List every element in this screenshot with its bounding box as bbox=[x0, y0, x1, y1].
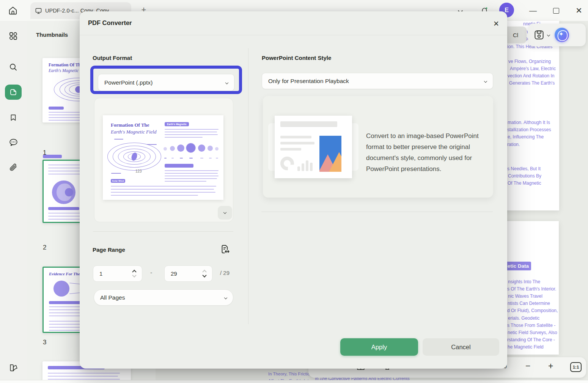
preview-tag-3: Solar Wind bbox=[111, 179, 125, 183]
output-format-label: Output Format bbox=[93, 55, 132, 61]
home-icon bbox=[8, 6, 18, 16]
chevron-down-icon bbox=[223, 210, 226, 213]
slide-illustration bbox=[275, 116, 352, 178]
window-bottom-strip bbox=[0, 380, 588, 383]
close-fragment-label: Cl bbox=[513, 32, 518, 38]
preview-tag-1: Earth's Magnetic bbox=[165, 122, 189, 126]
home-button[interactable] bbox=[6, 3, 20, 18]
save-icon[interactable] bbox=[533, 29, 545, 41]
thumbnails-header: Thumbnails bbox=[36, 31, 68, 38]
preview-page: Formation Of The Earth's Magnetic Field … bbox=[103, 115, 223, 200]
zoom-in-button[interactable]: + bbox=[548, 361, 553, 371]
page-range-label: Page Range bbox=[93, 246, 125, 253]
range-to-value: 29 bbox=[171, 270, 177, 277]
donut-chart-glyph bbox=[280, 157, 294, 170]
right-divider bbox=[261, 212, 493, 212]
sidebar-item-bookmarks[interactable] bbox=[5, 110, 22, 125]
paperclip-icon bbox=[9, 163, 18, 172]
reader-mode-icon bbox=[8, 363, 18, 373]
comment-icon bbox=[9, 138, 18, 147]
close-window-button[interactable]: ✕ bbox=[573, 5, 585, 16]
range-dash: - bbox=[150, 269, 152, 276]
chevron-down-icon bbox=[484, 80, 487, 83]
pdf-converter-dialog: PDF Converter ✕ Output Format PowerPoint… bbox=[80, 11, 507, 369]
preview-title1: Formation Of The bbox=[111, 122, 149, 128]
page-range-mode-value: All Pages bbox=[100, 294, 125, 301]
apply-button[interactable]: Apply bbox=[340, 338, 418, 356]
thumb2-tag bbox=[43, 155, 62, 158]
page-icon bbox=[9, 88, 17, 96]
photo-glyph bbox=[319, 136, 341, 172]
grid-icon bbox=[9, 31, 18, 41]
range-from-stepper[interactable]: 1 bbox=[93, 265, 142, 282]
sidebar-item-attachments[interactable] bbox=[5, 160, 22, 175]
preview-card: Formation Of The Earth's Magnetic Field … bbox=[94, 98, 233, 222]
page-range-mode-select[interactable]: All Pages bbox=[94, 289, 233, 306]
sidebar-item-thumbnails[interactable] bbox=[5, 85, 22, 100]
stepper-down-icon[interactable] bbox=[132, 273, 136, 277]
sidebar-item-search[interactable] bbox=[5, 60, 22, 75]
dialog-close-button[interactable]: ✕ bbox=[491, 19, 501, 28]
range-from-value: 1 bbox=[99, 270, 102, 277]
cancel-label: Cancel bbox=[451, 344, 470, 351]
sidebar-item-reader-mode[interactable] bbox=[5, 360, 22, 375]
header-divider bbox=[80, 35, 507, 35]
ai-assistant-icon[interactable] bbox=[555, 28, 569, 42]
page-label-3: 3 bbox=[43, 339, 46, 346]
actual-size-label: 1:1 bbox=[573, 365, 579, 369]
page-range-icon[interactable] bbox=[219, 243, 231, 255]
chevron-down-icon bbox=[224, 296, 227, 299]
app-window: UPDF-2.0-c... Copy_Copy + E — ✕ bbox=[0, 0, 588, 383]
maximize-icon bbox=[553, 8, 559, 14]
content-style-card: Convert to an image-based PowerPoint for… bbox=[263, 96, 493, 198]
zoom-out-button[interactable]: − bbox=[525, 361, 530, 371]
content-style-select[interactable]: Only for Presentation Playback bbox=[262, 73, 493, 89]
output-format-select[interactable]: PowerPoint (.pptx) bbox=[98, 74, 234, 91]
stepper-down-icon[interactable] bbox=[202, 273, 206, 277]
dialog-title: PDF Converter bbox=[88, 19, 132, 27]
page-label-2: 2 bbox=[43, 244, 46, 251]
chevron-down-icon bbox=[225, 81, 228, 84]
output-format-highlight: PowerPoint (.pptx) bbox=[90, 66, 242, 94]
preview-tag-2 bbox=[165, 164, 193, 168]
range-total: / 29 bbox=[220, 270, 230, 276]
left-sidebar bbox=[0, 21, 27, 383]
content-style-label: PowerPoint Content Style bbox=[262, 55, 331, 61]
apply-label: Apply bbox=[371, 344, 387, 351]
cancel-button[interactable]: Cancel bbox=[423, 338, 499, 356]
thumb1-title: Formation Of The bbox=[49, 63, 83, 67]
sidebar-item-tools[interactable] bbox=[5, 28, 22, 44]
save-options-chevron-icon[interactable] bbox=[547, 33, 550, 36]
content-style-description: Convert to an image-based PowerPoint for… bbox=[366, 131, 491, 175]
maximize-button[interactable] bbox=[550, 5, 562, 16]
content-style-value: Only for Presentation Playback bbox=[268, 78, 349, 85]
preview-page-number: 123 bbox=[135, 169, 142, 173]
minimize-button[interactable]: — bbox=[527, 5, 539, 16]
monitor-icon bbox=[35, 7, 42, 14]
actual-size-button[interactable]: 1:1 bbox=[570, 362, 582, 372]
column-divider bbox=[248, 48, 248, 324]
range-to-stepper[interactable]: 29 bbox=[164, 265, 212, 282]
bookmark-icon bbox=[9, 113, 17, 122]
output-format-value: PowerPoint (.pptx) bbox=[104, 79, 153, 86]
avatar-initial: E bbox=[505, 7, 509, 14]
search-icon bbox=[9, 63, 18, 72]
left-divider bbox=[93, 231, 233, 232]
save-toolbar bbox=[528, 24, 586, 46]
sidebar-item-comments[interactable] bbox=[5, 135, 22, 150]
preview-next-button[interactable] bbox=[218, 206, 232, 220]
preview-title2: Earth's Magnetic Field bbox=[111, 129, 156, 135]
